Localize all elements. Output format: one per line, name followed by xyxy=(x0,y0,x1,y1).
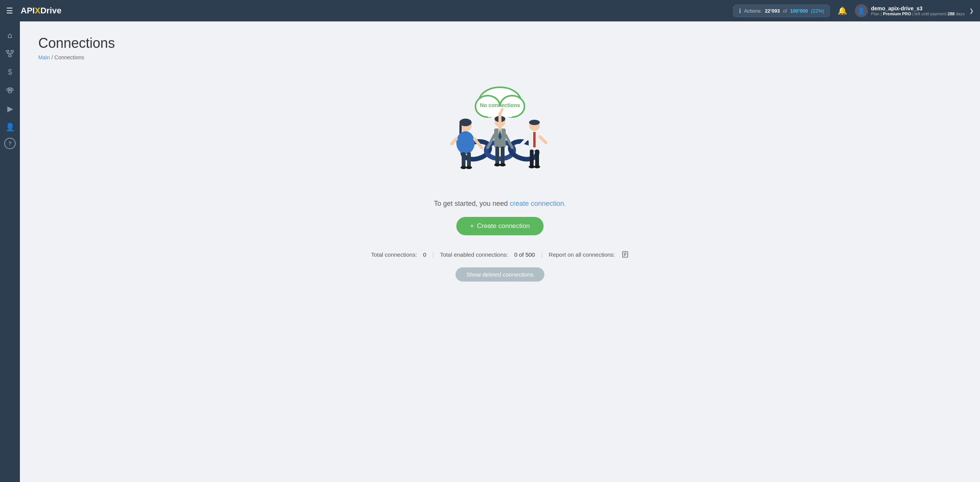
stats-row: Total connections: 0 | Total enabled con… xyxy=(371,251,629,258)
actions-badge: ℹ Actions: 22'093 of 100'000 (22%) xyxy=(733,5,830,17)
svg-rect-48 xyxy=(535,150,539,167)
svg-point-27 xyxy=(461,166,467,169)
total-connections-label: Total connections: xyxy=(371,251,417,258)
page-title: Connections xyxy=(38,35,962,51)
create-connection-button[interactable]: + Create connection xyxy=(456,217,544,235)
logo-api: API xyxy=(21,6,35,16)
actions-of: of xyxy=(783,8,787,14)
user-name: demo_apix-drive_s3 xyxy=(871,5,965,11)
actions-pct: (22%) xyxy=(811,8,824,14)
breadcrumb-separator: / xyxy=(51,54,54,60)
avatar: 👤 xyxy=(855,4,868,17)
sidebar-item-account[interactable]: 👤 xyxy=(2,119,18,135)
actions-label: Actions: xyxy=(744,8,762,14)
chevron-down-icon: ❯ xyxy=(969,8,974,14)
svg-point-38 xyxy=(494,163,500,166)
svg-point-39 xyxy=(500,163,506,166)
breadcrumb-current: Connections xyxy=(54,54,84,60)
svg-rect-9 xyxy=(8,91,11,93)
svg-point-42 xyxy=(529,120,540,125)
sidebar-item-video[interactable]: ▶ xyxy=(2,101,18,116)
breadcrumb: Main / Connections xyxy=(38,54,962,60)
logo-x: X xyxy=(35,6,41,16)
total-connections-value: 0 xyxy=(423,251,426,258)
report-icon[interactable] xyxy=(621,251,629,258)
sidebar-item-tools[interactable] xyxy=(2,83,18,98)
empty-state-illustration: No connections xyxy=(431,76,569,191)
illustration-area: No connections xyxy=(38,76,962,282)
sidebar-item-billing[interactable]: $ xyxy=(2,64,18,80)
sidebar: ⌂ $ ▶ 👤 ? xyxy=(0,21,20,482)
svg-rect-37 xyxy=(501,147,505,165)
svg-point-49 xyxy=(529,165,535,168)
create-btn-label: Create connection xyxy=(477,222,530,230)
user-info: demo_apix-drive_s3 Plan | Premium PRO | … xyxy=(871,5,965,16)
user-menu[interactable]: 👤 demo_apix-drive_s3 Plan | Premium PRO … xyxy=(855,4,974,17)
bell-icon[interactable]: 🔔 xyxy=(838,6,847,15)
svg-point-22 xyxy=(456,131,475,154)
sidebar-item-connections[interactable] xyxy=(2,46,18,61)
show-deleted-button[interactable]: Show deleted connections xyxy=(456,267,544,282)
svg-text:No connections: No connections xyxy=(480,102,520,108)
svg-rect-25 xyxy=(462,152,466,168)
svg-rect-47 xyxy=(530,150,534,167)
svg-rect-2 xyxy=(8,55,11,57)
svg-rect-0 xyxy=(7,50,9,52)
svg-rect-44 xyxy=(533,132,536,147)
actions-total: 100'000 xyxy=(790,8,808,14)
enabled-connections-value: 0 of 500 xyxy=(514,251,535,258)
main-layout: ⌂ $ ▶ 👤 ? Connections xyxy=(0,21,980,482)
report-label: Report on all connections: xyxy=(549,251,615,258)
logo-drive: Drive xyxy=(40,6,61,16)
main-content: Connections Main / Connections No connec… xyxy=(20,21,980,482)
info-icon: ℹ xyxy=(739,7,741,15)
svg-rect-1 xyxy=(11,50,13,52)
svg-point-28 xyxy=(466,166,472,169)
topnav: ☰ API X Drive ℹ Actions: 22'093 of 100'0… xyxy=(0,0,980,21)
create-btn-icon: + xyxy=(470,222,474,230)
svg-point-50 xyxy=(534,165,540,168)
breadcrumb-home[interactable]: Main xyxy=(38,54,50,60)
user-plan: Plan | Premium PRO | left until payment … xyxy=(871,11,965,16)
svg-line-24 xyxy=(452,139,456,144)
logo: API X Drive xyxy=(21,6,61,16)
actions-used: 22'093 xyxy=(765,8,780,14)
sidebar-item-home[interactable]: ⌂ xyxy=(2,28,18,43)
create-connection-link[interactable]: create connection. xyxy=(510,200,566,207)
svg-line-46 xyxy=(540,137,546,143)
empty-state-text: To get started, you need create connecti… xyxy=(434,200,566,208)
enabled-connections-label: Total enabled connections: xyxy=(440,251,508,258)
sidebar-item-help[interactable]: ? xyxy=(4,138,16,149)
svg-rect-36 xyxy=(495,147,499,165)
menu-icon[interactable]: ☰ xyxy=(6,6,13,15)
svg-rect-26 xyxy=(467,152,471,168)
